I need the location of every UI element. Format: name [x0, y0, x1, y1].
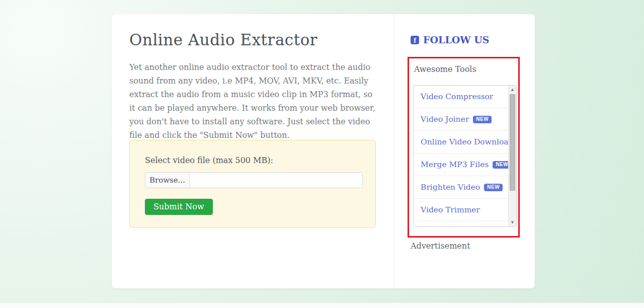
upload-form-box: Select video file (max 500 MB): Browse..… [129, 140, 376, 228]
scrollbar[interactable]: ▲ ▼ [508, 86, 516, 226]
list-item: Video Compressor [414, 86, 516, 108]
tool-link-merge-mp3-files[interactable]: Merge MP3 Files [421, 160, 489, 169]
follow-us-label: FOLLOW US [423, 34, 490, 45]
new-badge: NEW [473, 116, 492, 123]
file-select-label: Select video file (max 500 MB): [145, 156, 360, 165]
file-input[interactable]: Browse... [145, 172, 363, 188]
file-path-field[interactable] [190, 173, 362, 188]
submit-now-button[interactable]: Submit Now [145, 199, 213, 215]
tool-link-online-video-downloader[interactable]: Online Video Downloader [421, 137, 517, 146]
list-item: Brighten Video NEW [414, 176, 516, 199]
new-badge: NEW [484, 184, 503, 191]
tools-widget-title: Awesome Tools [414, 64, 514, 74]
awesome-tools-widget: Awesome Tools Video Compressor Video Joi… [408, 57, 520, 238]
follow-us-link[interactable]: f FOLLOW US [411, 34, 490, 45]
tool-link-video-trimmer[interactable]: Video Trimmer [421, 205, 480, 214]
scroll-down-button[interactable]: ▼ [509, 219, 516, 226]
bottom-strip [0, 302, 644, 308]
facebook-icon: f [411, 36, 419, 44]
list-item: Video Joiner NEW [414, 108, 516, 131]
list-item: Online Video Downloader [414, 131, 516, 153]
tools-list: Video Compressor Video Joiner NEW Online… [414, 86, 516, 227]
list-item: Merge MP3 Files NEW [414, 153, 516, 176]
list-item: Video Trimmer [414, 199, 516, 221]
scroll-thumb[interactable] [510, 94, 515, 191]
scroll-up-button[interactable]: ▲ [509, 86, 516, 93]
advertisement-label: Advertisement [411, 241, 470, 251]
main-content: Online Audio Extractor Yet another onlin… [129, 14, 393, 142]
browse-button[interactable]: Browse... [145, 173, 190, 188]
sidebar: f FOLLOW US Awesome Tools Video Compress… [394, 14, 535, 288]
tool-link-brighten-video[interactable]: Brighten Video [421, 183, 480, 192]
page-title: Online Audio Extractor [129, 31, 393, 49]
tool-link-video-joiner[interactable]: Video Joiner [421, 115, 469, 124]
page-description: Yet another online audio extractor tool … [129, 60, 377, 142]
content-card: Online Audio Extractor Yet another onlin… [112, 14, 535, 288]
list-item-partial [414, 221, 516, 227]
tools-listbox: Video Compressor Video Joiner NEW Online… [413, 85, 517, 227]
tool-link-video-compressor[interactable]: Video Compressor [421, 92, 493, 101]
